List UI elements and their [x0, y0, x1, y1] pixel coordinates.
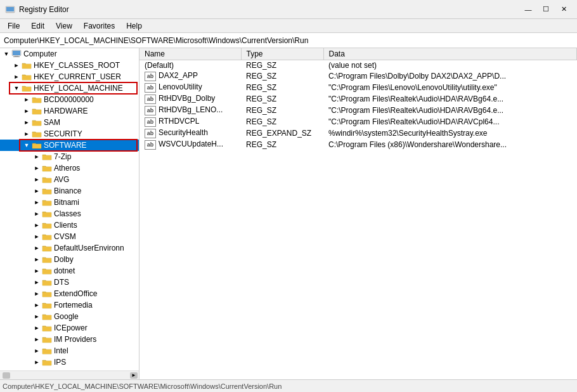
expand-arrow-avg[interactable]: ► [32, 174, 42, 185]
expand-arrow-ips[interactable]: ► [32, 357, 42, 367]
folder-icon-ips [42, 358, 52, 367]
expand-arrow-dotnet[interactable]: ► [32, 266, 42, 276]
table-row[interactable]: abRTHDVCPLREG_SZ"C:\Program Files\Realte… [139, 116, 577, 127]
tree-hscroll-right[interactable]: ► [130, 372, 138, 379]
expand-arrow-icepower[interactable]: ► [32, 323, 42, 333]
expand-arrow-hkcu[interactable]: ► [11, 72, 22, 82]
tree-item-google[interactable]: ► Google [0, 311, 139, 322]
reg-name: SecurityHealth [159, 128, 208, 137]
table-row[interactable]: abDAX2_APPREG_SZC:\Program Files\Dolby\D… [139, 70, 577, 82]
table-row[interactable]: abLenovoUtilityREG_SZ"C:\Program Files\L… [139, 82, 577, 93]
tree-item-icepower[interactable]: ► ICEpower [0, 322, 139, 334]
expand-arrow-hklm[interactable]: ▼ [11, 83, 22, 93]
hkcr-label: HKEY_CLASSES_ROOT [34, 60, 120, 71]
title-bar-left: Registry Editor [5, 4, 69, 15]
tree-item-intel[interactable]: ► Intel [0, 345, 139, 356]
table-row[interactable]: abRtHDVBg_LENO...REG_SZ"C:\Program Files… [139, 105, 577, 116]
tree-item-clients[interactable]: ► Clients [0, 219, 139, 231]
tree-item-avg[interactable]: ► AVG [0, 174, 139, 185]
expand-arrow-improviders[interactable]: ► [32, 334, 42, 344]
folder-icon-hklm [22, 84, 32, 93]
tree-item-bcd[interactable]: ► BCD00000000 [0, 94, 139, 105]
tree-hscroll-thumb[interactable] [3, 372, 10, 379]
reg-name-cell: abRTHDVCPL [139, 116, 241, 127]
title-bar: Registry Editor — ☐ ✕ [0, 0, 577, 19]
reg-data-cell: %windir%\system32\SecurityHealthSystray.… [323, 127, 577, 139]
expand-arrow-intel[interactable]: ► [32, 346, 42, 356]
tree-item-cvsm[interactable]: ► CVSM [0, 231, 139, 242]
folder-icon-bcd [32, 95, 42, 104]
tree-item-binance[interactable]: ► Binance [0, 185, 139, 197]
folder-icon-defaultuserenv [42, 244, 52, 252]
expand-arrow-hardware[interactable]: ► [22, 106, 32, 116]
expand-arrow-7zip[interactable]: ► [32, 152, 42, 162]
col-header-type[interactable]: Type [241, 48, 323, 60]
expand-arrow-dts[interactable]: ► [32, 277, 42, 287]
tree-item-dolby[interactable]: ► Dolby [0, 254, 139, 265]
expand-arrow-sam[interactable]: ► [22, 117, 32, 127]
expand-arrow-dolby[interactable]: ► [32, 254, 42, 265]
table-row[interactable]: (Default)REG_SZ(value not set) [139, 60, 577, 71]
table-row[interactable]: abWSVCUUpdateH...REG_SZC:\Program Files … [139, 139, 577, 150]
expand-arrow-binance[interactable]: ► [32, 186, 42, 196]
tree-item-7zip[interactable]: ► 7-Zip [0, 151, 139, 162]
tree-item-ips[interactable]: ► IPS [0, 356, 139, 368]
tree-item-hkcu[interactable]: ► HKEY_CURRENT_USER [0, 71, 139, 82]
tree-item-hkcr[interactable]: ► HKEY_CLASSES_ROOT [0, 60, 139, 71]
menu-help[interactable]: Help [121, 20, 147, 32]
expand-arrow-atheros[interactable]: ► [32, 163, 42, 173]
close-button[interactable]: ✕ [555, 3, 572, 16]
expand-arrow-google[interactable]: ► [32, 311, 42, 322]
expand-arrow-security[interactable]: ► [22, 129, 32, 139]
tree-item-computer[interactable]: ▼ Computer [0, 48, 139, 60]
tree-item-improviders[interactable]: ► IM Providers [0, 334, 139, 345]
tree-hscrollbar[interactable]: ► [0, 370, 139, 379]
address-path: Computer\HKEY_LOCAL_MACHINE\SOFTWARE\Mic… [4, 36, 308, 45]
tree-item-sam[interactable]: ► SAM [0, 117, 139, 128]
col-header-data[interactable]: Data [323, 48, 577, 60]
tree-item-hardware[interactable]: ► HARDWARE [0, 105, 139, 117]
minimize-button[interactable]: — [520, 3, 536, 16]
expand-arrow-cvsm[interactable]: ► [32, 232, 42, 242]
table-row[interactable]: abRtHDVBg_DolbyREG_SZ"C:\Program Files\R… [139, 93, 577, 105]
tree-item-software[interactable]: ▼ SOFTWARE [0, 140, 139, 151]
expand-arrow-bcd[interactable]: ► [22, 95, 32, 105]
tree-item-extendoffice[interactable]: ► ExtendOffice [0, 288, 139, 299]
tree-item-security[interactable]: ► SECURITY [0, 128, 139, 140]
menu-file[interactable]: File [3, 20, 25, 32]
right-panel[interactable]: Name Type Data (Default)REG_SZ(value not… [139, 48, 577, 379]
intel-label: Intel [54, 345, 68, 356]
tree-item-dotnet[interactable]: ► dotnet [0, 265, 139, 277]
tree-item-bitnami[interactable]: ► Bitnami [0, 197, 139, 208]
status-bar: Computer\HKEY_LOCAL_MACHINE\SOFTWARE\Mic… [0, 379, 577, 392]
reg-name-cell: abSecurityHealth [139, 127, 241, 139]
expand-arrow-defaultuserenv[interactable]: ► [32, 243, 42, 253]
table-row[interactable]: abSecurityHealthREG_EXPAND_SZ%windir%\sy… [139, 127, 577, 139]
col-header-name[interactable]: Name [139, 48, 241, 60]
expand-arrow-computer[interactable]: ▼ [1, 49, 11, 59]
menu-edit[interactable]: Edit [26, 20, 49, 32]
expand-arrow-bitnami[interactable]: ► [32, 197, 42, 207]
tree-item-atheros[interactable]: ► Atheros [0, 162, 139, 174]
dts-label: DTS [54, 277, 69, 288]
menu-favorites[interactable]: Favorites [79, 20, 120, 32]
folder-icon-hkcr [22, 61, 32, 70]
expand-arrow-hkcr[interactable]: ► [11, 60, 22, 70]
tree-item-dts[interactable]: ► DTS [0, 277, 139, 288]
defaultuserenv-label: DefaultUserEnvironn [54, 242, 124, 254]
expand-arrow-clients[interactable]: ► [32, 220, 42, 230]
expand-arrow-software[interactable]: ▼ [22, 140, 32, 150]
tree-item-classes[interactable]: ► Classes [0, 208, 139, 219]
expand-arrow-extendoffice[interactable]: ► [32, 289, 42, 299]
maximize-button[interactable]: ☐ [538, 3, 554, 16]
atheros-label: Atheros [54, 162, 80, 174]
expand-arrow-fortemedia[interactable]: ► [32, 300, 42, 310]
reg-name: RtHDVBg_LENO... [159, 105, 223, 114]
tree-item-hklm[interactable]: ▼ HKEY_LOCAL_MACHINE [0, 82, 139, 94]
tree-panel[interactable]: ▼ Computer ► HKEY_CLASSES_ROOT [0, 48, 139, 379]
expand-arrow-classes[interactable]: ► [32, 209, 42, 219]
tree-item-fortemedia[interactable]: ► Fortemedia [0, 299, 139, 311]
menu-view[interactable]: View [51, 20, 77, 32]
reg-name: (Default) [145, 61, 174, 70]
tree-item-defaultuserenv[interactable]: ► DefaultUserEnvironn [0, 242, 139, 254]
